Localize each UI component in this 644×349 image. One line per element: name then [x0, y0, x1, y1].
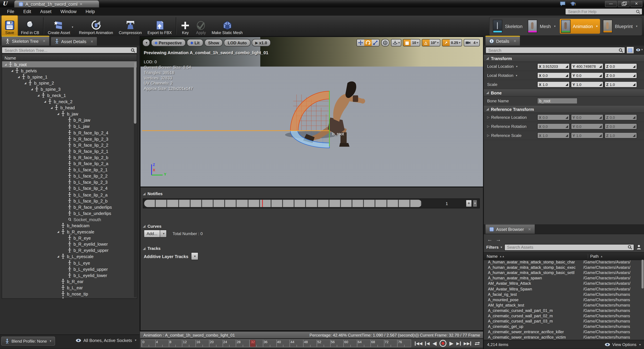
- lod-auto-button[interactable]: LOD Auto: [224, 39, 250, 47]
- menu-item-asset[interactable]: Asset: [36, 9, 56, 14]
- tree-row-b_L_jaw[interactable]: b_L_jaw: [2, 123, 137, 130]
- expand-arrow-icon[interactable]: ◢: [24, 81, 28, 85]
- timeline-tick-36[interactable]: 36: [263, 340, 276, 347]
- details-view-options-button[interactable]: ▾: [636, 47, 643, 53]
- table-row-A_facial_rig_test[interactable]: A_facial_rig_test/Game/Characters/humans: [484, 292, 644, 297]
- compression-button[interactable]: Compression: [116, 16, 144, 36]
- timeline-tick-48[interactable]: 48: [303, 340, 316, 347]
- tree-row-b_L_face_lip_2_1[interactable]: b_L_face_lip_2_1: [2, 167, 137, 173]
- asset-scrollbar[interactable]: [642, 260, 644, 288]
- tree-scrollbar[interactable]: [134, 62, 136, 298]
- chevron-down-icon[interactable]: ▾: [516, 74, 518, 77]
- bone-filter-button[interactable]: All Bones, Active Sockets ▾: [76, 338, 136, 343]
- scale-snap-value[interactable]: 0.25▾: [450, 40, 462, 46]
- details-search-input[interactable]: [488, 48, 618, 53]
- notify-segment[interactable]: [283, 200, 295, 207]
- column-name[interactable]: Name▲▲: [484, 254, 588, 258]
- help-search-input[interactable]: [567, 9, 636, 14]
- timeline-tick-44[interactable]: 44: [290, 340, 303, 347]
- drag-handle-icon[interactable]: [599, 83, 602, 86]
- notify-segment[interactable]: [225, 200, 237, 207]
- timeline-tick-24[interactable]: 24: [222, 340, 236, 347]
- tree-row-b_L_eyelid_upper[interactable]: b_L_eyelid_upper: [2, 266, 137, 272]
- expand-arrow-icon[interactable]: ◢: [57, 230, 61, 234]
- expand-arrow-icon[interactable]: ◢: [44, 100, 48, 103]
- notify-segment[interactable]: [260, 200, 272, 207]
- close-icon[interactable]: ✕: [513, 39, 516, 43]
- notify-segment[interactable]: [318, 200, 329, 207]
- table-row-AM_Avatar_Mitra_Spawn[interactable]: AM_Avatar_Mitra_Spawn/Game/Characters/Av…: [484, 286, 644, 292]
- blend-profile-button[interactable]: Blend Profile: None ▾: [1, 337, 55, 346]
- notify-segment[interactable]: [214, 200, 225, 207]
- expand-arrow-icon[interactable]: ◢: [11, 69, 15, 72]
- filters-button[interactable]: Filters▾: [486, 245, 502, 249]
- close-button[interactable]: ✕: [630, 1, 642, 7]
- notify-segment[interactable]: [364, 200, 376, 207]
- menu-item-help[interactable]: Help: [81, 9, 99, 14]
- forward-arrow-icon[interactable]: →: [496, 236, 501, 242]
- add-curve-button[interactable]: Add... ▾: [144, 230, 167, 238]
- tree-column-header[interactable]: Name: [2, 54, 137, 62]
- surface-snap-button[interactable]: ▾: [391, 40, 401, 46]
- tab-details[interactable]: Details✕: [485, 36, 520, 46]
- person-filter-icon[interactable]: [636, 244, 642, 250]
- chevron-down-icon[interactable]: ▾: [160, 230, 166, 237]
- expand-arrow-icon[interactable]: ◢: [4, 63, 8, 66]
- export-to-fbx-button[interactable]: Export to FBX: [144, 16, 174, 36]
- menu-item-edit[interactable]: Edit: [19, 9, 36, 14]
- document-tab[interactable]: A_combat_1h_sword_coml ✕: [14, 0, 99, 8]
- tree-row-b_L_eye[interactable]: b_L_eye: [2, 260, 137, 266]
- expand-arrow-icon[interactable]: ◢: [57, 255, 61, 258]
- 3d-viewport[interactable]: b_root Z X Y ▾ ◆ Perspective ◆ Lit Show …: [140, 36, 484, 187]
- tree-row-b_headcam[interactable]: b_headcam: [2, 222, 137, 229]
- tab-skeleton-tree[interactable]: Skeleton Tree✕: [1, 36, 50, 46]
- tracks-section-header[interactable]: ◢ Tracks: [143, 246, 160, 251]
- world-local-toggle[interactable]: [382, 40, 389, 46]
- camera-speed-value[interactable]: 4▾: [472, 40, 479, 46]
- drag-handle-icon[interactable]: [565, 74, 568, 77]
- table-row-A_cinematic_sewer_entrance_acrifice_victim[interactable]: A_cinematic_sewer_entrance_acrifice_vict…: [484, 334, 644, 340]
- notify-track-options-button[interactable]: ▾: [473, 200, 477, 207]
- tree-row-b_R_face_cheek_low[interactable]: b_R_face_cheek_low: [2, 297, 137, 299]
- notify-segment[interactable]: [341, 200, 352, 207]
- notify-segment[interactable]: [294, 200, 306, 207]
- table-row-A_mounted_pose[interactable]: A_mounted_pose/Game/Characters/humans: [484, 297, 644, 302]
- additive-tracks-dropdown[interactable]: ▾: [191, 252, 198, 260]
- show-button[interactable]: Show: [204, 39, 223, 47]
- tree-row-b_L_eyescale[interactable]: ◢b_L_eyescale: [2, 253, 137, 260]
- timeline-tick-28[interactable]: 28: [236, 340, 249, 347]
- table-row-A_cinematic_cursed_wall_part_02_m[interactable]: A_cinematic_cursed_wall_part_02_m/Game/C…: [484, 313, 644, 318]
- notify-track[interactable]: [144, 200, 422, 207]
- tree-row-b_head[interactable]: ◢b_head: [2, 105, 137, 111]
- tab-asset-details[interactable]: Asset Details✕: [50, 37, 98, 46]
- chevron-down-icon[interactable]: ▾: [72, 26, 73, 29]
- notify-segment[interactable]: [167, 200, 179, 207]
- grid-snap-toggle[interactable]: ▦: [404, 40, 411, 46]
- table-row-A_human_avatar_mitra_spawn[interactable]: A_human_avatar_mitra_spawn/Game/Characte…: [484, 275, 644, 281]
- tree-row-b_spine_3[interactable]: ◢b_spine_3: [2, 86, 137, 92]
- column-path[interactable]: Path▲: [588, 254, 644, 258]
- grid-snap-value[interactable]: 10▾: [411, 40, 420, 46]
- camera-speed-button[interactable]: [464, 40, 472, 46]
- drag-handle-icon[interactable]: [565, 65, 568, 68]
- expand-arrow-icon[interactable]: ◢: [31, 87, 35, 91]
- timeline-tick-32[interactable]: 32: [250, 340, 263, 347]
- feedback-bubble-icon[interactable]: [560, 1, 566, 6]
- timeline-tick-68[interactable]: 68: [370, 340, 384, 347]
- notify-segment[interactable]: [190, 200, 202, 207]
- menu-item-file[interactable]: File: [2, 9, 19, 14]
- timeline-tick-16[interactable]: 16: [196, 340, 209, 347]
- notify-segment[interactable]: [352, 200, 364, 207]
- tree-row-b_R_face_lip_2_3[interactable]: b_R_face_lip_2_3: [2, 136, 137, 142]
- notify-segment[interactable]: [237, 200, 248, 207]
- notify-playhead[interactable]: [262, 200, 263, 207]
- timeline-tick-52[interactable]: 52: [317, 340, 330, 347]
- asset-search[interactable]: [504, 244, 634, 250]
- notify-segment[interactable]: [144, 200, 156, 207]
- chevron-down-icon[interactable]: ▾: [636, 25, 638, 28]
- timeline-tick-4[interactable]: 4: [155, 340, 168, 347]
- create-asset-button[interactable]: Create Asset ▾: [45, 16, 76, 36]
- lit-button[interactable]: ◆ Lit: [187, 39, 203, 47]
- table-row-AM_light_attack_test[interactable]: AM_light_attack_test/Game/Characters/hum…: [484, 302, 644, 308]
- tree-row-Socket_mouth[interactable]: Socket_mouth: [2, 216, 137, 222]
